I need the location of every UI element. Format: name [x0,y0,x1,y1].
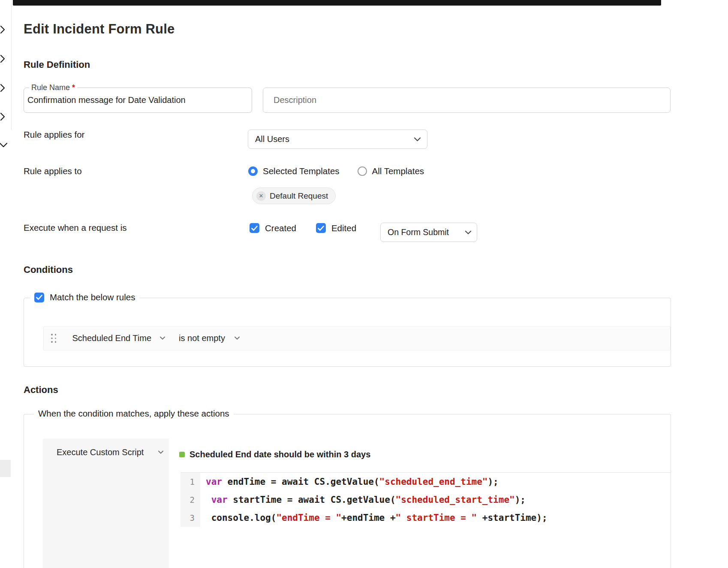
condition-row: Scheduled End Time is not empty [43,326,671,350]
rule-applies-for-select[interactable]: All Users [248,130,427,149]
code-token: +endTime + [341,513,395,523]
rule-name-label-text: Rule Name [31,83,70,92]
top-dark-bar [13,0,661,6]
code-token: "endTime = " [276,513,341,523]
checkbox-label: Edited [331,223,356,233]
action-type-value: Execute Custom Script [57,447,144,457]
section-heading-actions: Actions [24,384,58,396]
script-title: Scheduled End date should be within 3 da… [190,450,370,459]
radio-selected-icon [248,166,258,176]
chevron-down-icon[interactable] [0,142,8,148]
code-token [206,495,211,505]
chevron-down-icon [234,336,240,340]
action-type-select[interactable]: Execute Custom Script [43,438,169,457]
actions-legend: When the condition matches, apply these … [34,408,234,419]
execute-when-options: Created Edited [250,222,356,234]
left-edge-stub [0,460,11,477]
code-line: 1 var endTime = await CS.getValue("sched… [180,473,671,491]
script-header: Scheduled End date should be within 3 da… [179,450,671,459]
code-line-text: var startTime = await CS.getValue("sched… [200,495,526,505]
condition-operator-value: is not empty [179,333,225,343]
checkbox-created[interactable]: Created [250,223,296,233]
checkbox-edited[interactable]: Edited [316,223,356,233]
code-token: "scheduled_start_time" [396,495,515,505]
trigger-select[interactable]: On Form Submit [380,223,477,242]
line-number: 1 [180,473,200,491]
code-line: 2 var startTime = await CS.getValue("sch… [180,491,671,509]
code-token: +startTime); [477,513,547,523]
chevron-right-icon[interactable] [0,54,6,63]
chevron-right-icon[interactable] [0,112,6,121]
required-asterisk: * [72,83,75,92]
rule-name-label: Rule Name * [29,83,77,92]
code-line-text: var endTime = await CS.getValue("schedul… [200,477,499,487]
checkbox-checked-icon [316,223,326,233]
script-status-icon [179,452,185,457]
code-token: var [211,495,228,505]
conditions-box: Match the below rules Scheduled End Time… [24,298,671,367]
code-line-text: console.log("endTime = "+endTime +" star… [200,513,548,523]
rule-applies-for-value: All Users [255,134,289,144]
rule-applies-to-options: Selected Templates All Templates [248,166,424,177]
section-heading-conditions: Conditions [24,264,73,275]
condition-operator-select[interactable]: is not empty [179,333,240,343]
radio-all-templates[interactable]: All Templates [358,166,424,176]
radio-label: All Templates [372,166,424,176]
code-token: " startTime = " [396,513,477,523]
drag-handle-icon[interactable] [51,334,57,343]
rule-name-field: Rule Name * [24,88,252,113]
description-input[interactable] [263,88,670,112]
rule-applies-for-label: Rule applies for [24,130,84,140]
chip-remove-icon[interactable]: ✕ [256,191,266,201]
page-title: Edit Incident Form Rule [24,21,175,37]
chevron-right-icon[interactable] [0,25,6,34]
code-token: ); [515,495,526,505]
action-type-panel: Execute Custom Script [43,438,169,568]
line-number: 2 [180,491,200,509]
script-area: Scheduled End date should be within 3 da… [171,438,671,568]
radio-selected-templates[interactable]: Selected Templates [248,166,340,176]
left-rail [0,0,12,130]
code-token: startTime = await CS.getValue( [228,495,396,505]
checkbox-label: Created [265,223,296,233]
chip-label: Default Request [270,191,328,201]
template-chip: ✕ Default Request [252,187,336,204]
checkbox-checked-icon [250,223,259,233]
actions-legend-text: When the condition matches, apply these … [38,408,229,419]
code-token: "scheduled_end_time" [379,477,488,487]
code-token: ); [487,477,498,487]
match-rules-checkbox[interactable] [34,293,44,302]
condition-field-select[interactable]: Scheduled End Time [72,333,166,343]
condition-field-value: Scheduled End Time [72,333,152,343]
code-editor[interactable]: 1 var endTime = await CS.getValue("sched… [180,472,671,527]
chevron-down-icon [465,230,472,235]
radio-unselected-icon [358,166,367,176]
code-line: 3 console.log("endTime = "+endTime +" st… [180,509,671,527]
trigger-value: On Form Submit [388,227,449,237]
match-rules-toggle: Match the below rules [30,292,139,302]
actions-box: When the condition matches, apply these … [24,414,671,568]
execute-when-label: Execute when a request is [24,223,126,233]
code-token: console.log( [206,513,276,523]
radio-label: Selected Templates [263,166,340,176]
chevron-right-icon[interactable] [0,83,6,93]
chevron-down-icon [158,450,164,454]
description-field [263,88,671,113]
line-number: 3 [180,509,200,527]
section-heading-rule-definition: Rule Definition [24,59,90,70]
match-rules-label: Match the below rules [50,292,135,302]
chevron-down-icon [159,336,165,340]
rule-applies-to-label: Rule applies to [24,166,82,176]
chevron-down-icon [414,137,421,142]
code-token: var [206,477,222,487]
code-token: endTime = await CS.getValue( [222,477,379,487]
